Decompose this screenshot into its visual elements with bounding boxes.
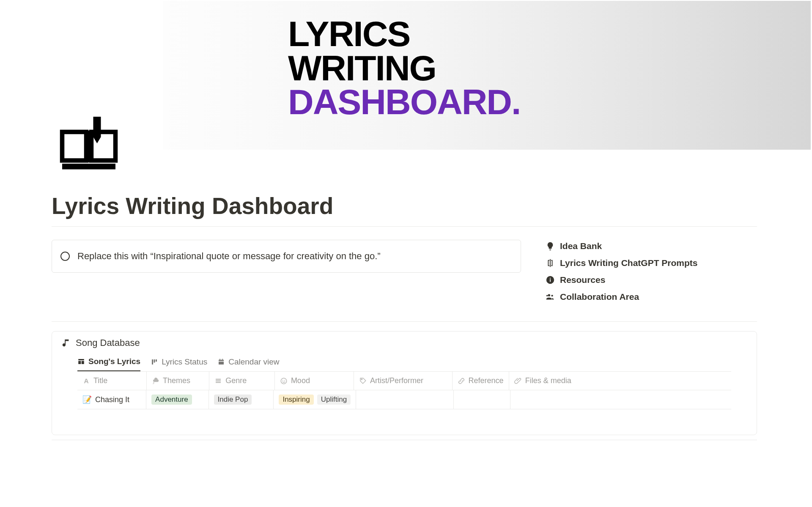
hero-line-1: LYRICS [288,17,520,51]
col-label: Reference [469,376,504,385]
col-label: Genre [225,376,247,385]
table-row[interactable]: 📝 Chasing It Adventure Indie Pop Inspiri… [77,390,731,409]
people-icon [546,292,555,301]
divider [52,440,757,440]
sidebar-links: Idea Bank Lyrics Writing ChatGPT Prompts… [546,241,698,302]
col-mood[interactable]: Mood [275,372,354,390]
col-label: Title [93,376,107,385]
svg-point-9 [548,294,551,297]
svg-point-11 [546,295,548,296]
cell-genre[interactable]: Indie Pop [209,390,274,409]
database-title-text: Song Database [76,337,140,348]
tab-calendar-view[interactable]: Calendar view [217,357,279,371]
song-database: Song Database Song's Lyrics Lyrics Statu… [52,331,757,435]
tag-icon [359,377,367,385]
tag-inspiring: Inspiring [279,395,313,405]
radio-icon[interactable] [60,252,70,261]
divider [52,321,757,322]
tab-label: Calendar view [228,357,279,367]
thought-icon [152,377,159,385]
database-tabs: Song's Lyrics Lyrics Status Calendar vie… [52,348,757,371]
database-table: Title Themes Genre Mood Artist/Performer… [77,371,731,409]
hero-title: LYRICS WRITING DASHBOARD. [288,17,520,119]
tab-label: Lyrics Status [162,357,207,367]
sidebar-item-idea-bank[interactable]: Idea Bank [546,241,698,251]
cell-files[interactable] [510,390,731,409]
svg-rect-4 [93,117,101,137]
sidebar-item-resources[interactable]: Resources [546,275,698,285]
row-title: Chasing It [95,395,129,404]
calendar-icon [217,358,225,366]
cell-mood[interactable]: Inspiring Uplifting [274,390,356,409]
col-label: Artist/Performer [370,376,423,385]
book-pencil-icon [57,113,121,176]
quote-callout[interactable]: Replace this with “Inspirational quote o… [52,240,521,273]
text-cursor-icon [546,258,555,268]
tag-uplifting: Uplifting [317,395,351,405]
lightbulb-icon [546,241,555,251]
table-icon [77,358,85,365]
col-files[interactable]: Files & media [509,372,731,390]
col-reference[interactable]: Reference [453,372,509,390]
svg-point-15 [283,380,283,381]
col-title[interactable]: Title [77,372,147,390]
hero-banner: LYRICS WRITING DASHBOARD. [163,1,811,150]
tag-adventure: Adventure [151,395,192,405]
sidebar-item-collaboration[interactable]: Collaboration Area [546,292,698,302]
tab-label: Song's Lyrics [88,357,140,366]
page-title: Lyrics Writing Dashboard [52,192,333,219]
hero-line-2: WRITING [288,51,520,85]
divider [52,226,757,227]
sidebar-item-label: Resources [560,275,605,285]
tag-indie-pop: Indie Pop [214,395,252,405]
quote-text: Replace this with “Inspirational quote o… [77,251,381,262]
svg-point-14 [281,378,287,384]
cell-themes[interactable]: Adventure [146,390,208,409]
svg-point-12 [153,382,154,383]
music-note-icon [61,338,71,348]
sidebar-item-label: Collaboration Area [560,292,639,302]
info-icon [546,275,555,285]
row-emoji: 📝 [82,395,92,404]
table-header-row: Title Themes Genre Mood Artist/Performer… [77,372,731,390]
svg-rect-0 [62,132,86,161]
smile-icon [280,377,288,385]
text-type-icon [82,377,90,385]
link-icon [458,377,465,385]
col-label: Themes [163,376,190,385]
clip-icon [514,377,522,385]
col-themes[interactable]: Themes [147,372,209,390]
col-label: Files & media [525,376,571,385]
svg-marker-5 [93,137,101,143]
svg-point-16 [284,380,285,381]
tab-lyrics-status[interactable]: Lyrics Status [151,357,207,371]
tab-songs-lyrics[interactable]: Song's Lyrics [77,357,140,371]
col-label: Mood [291,376,310,385]
svg-rect-3 [62,164,115,170]
cell-title[interactable]: 📝 Chasing It [77,390,146,409]
cell-artist[interactable] [356,390,454,409]
sidebar-item-label: Idea Bank [560,241,602,251]
database-title[interactable]: Song Database [52,332,757,348]
svg-point-10 [551,295,553,296]
svg-rect-7 [550,279,551,282]
board-icon [151,358,158,366]
sidebar-item-label: Lyrics Writing ChatGPT Prompts [560,258,698,268]
col-artist[interactable]: Artist/Performer [354,372,453,390]
col-genre[interactable]: Genre [209,372,275,390]
svg-point-8 [550,278,551,279]
svg-point-13 [153,384,154,384]
stack-icon [214,377,222,385]
cell-reference[interactable] [454,390,510,409]
sidebar-item-chatgpt-prompts[interactable]: Lyrics Writing ChatGPT Prompts [546,258,698,268]
hero-line-3: DASHBOARD. [288,85,520,119]
page-icon-book[interactable] [57,113,121,176]
